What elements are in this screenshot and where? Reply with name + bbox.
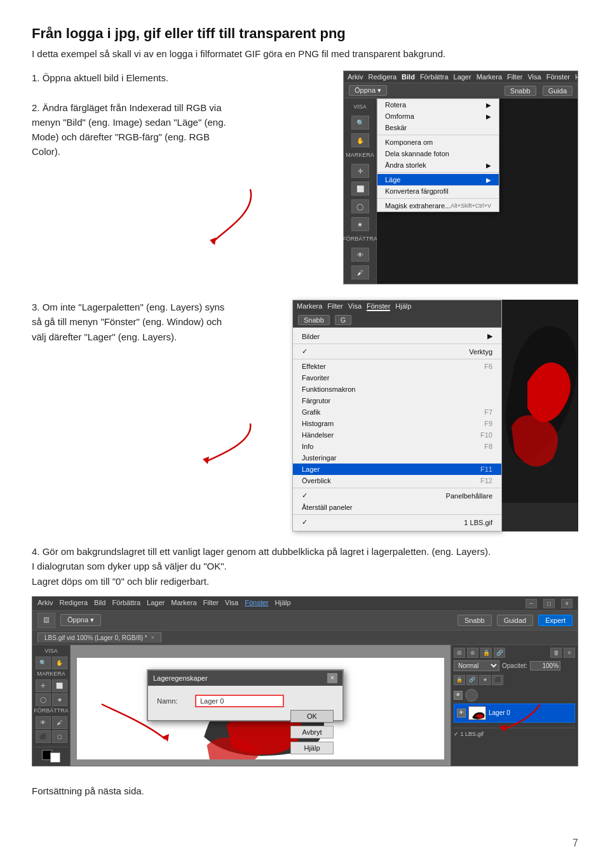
fmenu-lager[interactable]: LagerF11 bbox=[293, 464, 501, 475]
fmenu-markera[interactable]: Markera bbox=[297, 302, 322, 311]
menu-item-beskAr[interactable]: Beskär bbox=[377, 122, 499, 133]
menu-item-omforma[interactable]: Omforma ▶ bbox=[377, 110, 499, 122]
btool-lasso[interactable]: ◯ bbox=[36, 693, 51, 706]
panel-icon-menu[interactable]: ≡ bbox=[564, 648, 575, 658]
btool-hand[interactable]: ✋ bbox=[52, 657, 67, 669]
menu-item-andra[interactable]: Ändra storlek ▶ bbox=[377, 159, 499, 171]
fmenu-verktyg[interactable]: ✓Verktyg bbox=[293, 345, 501, 357]
tool-hand[interactable]: ✋ bbox=[351, 133, 369, 147]
panel-icon-2[interactable]: ⊕ bbox=[467, 648, 478, 658]
btool-select[interactable]: ⬜ bbox=[52, 679, 67, 692]
lock-icon[interactable]: 🔒 bbox=[454, 675, 465, 685]
fmenu-visa[interactable]: Visa bbox=[348, 302, 362, 311]
fmenu-filter[interactable]: Filter bbox=[327, 302, 342, 311]
fmenu-justeringar[interactable]: Justeringar bbox=[293, 452, 501, 464]
opacity-input[interactable] bbox=[530, 661, 560, 671]
menu-redigera[interactable]: Redigera bbox=[368, 73, 396, 81]
dialog-avbryt-btn[interactable]: Avbryt bbox=[290, 726, 334, 738]
menu-markera[interactable]: Markera bbox=[477, 73, 502, 81]
tool-eye[interactable]: 👁 bbox=[351, 248, 369, 262]
menu-arkiv[interactable]: Arkiv bbox=[348, 73, 363, 81]
tool-zoom[interactable]: 🔍 bbox=[351, 116, 369, 130]
dialog-close-btn[interactable]: × bbox=[327, 673, 337, 683]
bmenu-hjalp[interactable]: Hjälp bbox=[275, 599, 291, 608]
btoolbar-expert[interactable]: Expert bbox=[538, 615, 573, 626]
bmenu-lager[interactable]: Lager bbox=[147, 599, 165, 608]
panel-icon-1[interactable]: ⊞ bbox=[454, 648, 465, 658]
panel-icon-3[interactable]: 🔒 bbox=[480, 648, 492, 658]
fmenu-panelbehallare[interactable]: ✓Panelbehållare bbox=[293, 490, 501, 502]
menu-item-komponera[interactable]: Komponera om bbox=[377, 137, 499, 148]
bmenu-arkiv[interactable]: Arkiv bbox=[37, 599, 53, 608]
menu-visa[interactable]: Visa bbox=[527, 73, 541, 81]
btoolbar-snabb[interactable]: Snabb bbox=[458, 615, 492, 626]
btool-stamp[interactable]: ⬛ bbox=[36, 730, 51, 743]
fmenu-effekter[interactable]: EffekterF6 bbox=[293, 361, 501, 372]
menu-filter[interactable]: Filter bbox=[507, 73, 522, 81]
file-tab-close[interactable]: × bbox=[151, 634, 154, 641]
fmenu-aterstall[interactable]: Återställ paneler bbox=[293, 502, 501, 513]
win-minimize[interactable]: − bbox=[525, 599, 537, 608]
fmenu-favoriter[interactable]: Favoriter bbox=[293, 372, 501, 384]
fmenu-funktionsmakron[interactable]: Funktionsmakron bbox=[293, 384, 501, 395]
panel-icon-4[interactable]: 🔗 bbox=[494, 648, 505, 658]
toolbar-snabb[interactable]: Snabb bbox=[505, 86, 536, 96]
btool-zoom[interactable]: 🔍 bbox=[36, 657, 51, 669]
menu-hjalp[interactable]: H bbox=[575, 73, 580, 81]
bmenu-redigera[interactable]: Redigera bbox=[59, 599, 88, 608]
tool-lasso[interactable]: ◯ bbox=[351, 199, 369, 213]
fmenu-handelser[interactable]: HändelserF10 bbox=[293, 429, 501, 441]
tool-select[interactable]: ⬜ bbox=[351, 182, 369, 196]
panel-icon-trash[interactable]: 🗑 bbox=[550, 648, 562, 658]
win-close[interactable]: × bbox=[561, 599, 573, 608]
tool-move[interactable]: ✛ bbox=[351, 164, 369, 178]
blend-mode-select[interactable]: Normal bbox=[454, 660, 499, 671]
tool-paint[interactable]: 🖌 bbox=[351, 265, 369, 279]
fmenu-lbsgif[interactable]: ✓1 LBS.gif bbox=[293, 516, 501, 528]
bmenu-forbattra[interactable]: Förbättra bbox=[112, 599, 140, 608]
ftoolbar-g[interactable]: G bbox=[335, 315, 352, 325]
btool-move[interactable]: ✛ bbox=[36, 679, 51, 692]
fmenu-bilder[interactable]: Bilder ▶ bbox=[293, 330, 501, 342]
dialog-name-input[interactable] bbox=[195, 695, 284, 707]
menu-forbattra[interactable]: Förbättra bbox=[420, 73, 449, 81]
fmenu-fargrutor[interactable]: Färgrutor bbox=[293, 395, 501, 406]
dialog-hjalp-btn[interactable]: Hjälp bbox=[290, 742, 334, 754]
fmenu-overblick[interactable]: ÖverblickF12 bbox=[293, 475, 501, 486]
toolbar-oppna[interactable]: Öppna ▾ bbox=[349, 85, 387, 96]
fill-icon[interactable]: ⬛ bbox=[492, 675, 503, 685]
bmenu-visa[interactable]: Visa bbox=[225, 599, 238, 608]
layer-0-eye[interactable]: 👁 bbox=[457, 709, 466, 718]
btool-eraser[interactable]: ◻ bbox=[52, 730, 67, 743]
fmenu-fonster[interactable]: Fönster bbox=[367, 302, 390, 311]
menu-item-konvertera[interactable]: Konvertera färgprofil bbox=[377, 185, 499, 197]
fmenu-info[interactable]: InfoF8 bbox=[293, 441, 501, 452]
win-maximize[interactable]: □ bbox=[543, 599, 555, 608]
menu-bild[interactable]: Bild bbox=[402, 73, 415, 81]
toolbar-guidad[interactable]: Guida bbox=[543, 86, 573, 96]
tool-magic[interactable]: ★ bbox=[351, 217, 369, 231]
menu-item-magisk[interactable]: Magisk extraherare... Alt+Skift+Ctrl+V bbox=[377, 200, 499, 211]
menu-lager[interactable]: Lager bbox=[454, 73, 471, 81]
menu-fonster[interactable]: Fönster bbox=[546, 73, 570, 81]
layer-visibility-btn[interactable]: 👁 bbox=[454, 691, 463, 700]
ftoolbar-snabb[interactable]: Snabb bbox=[298, 315, 330, 325]
fmenu-grafik[interactable]: GrafikF7 bbox=[293, 406, 501, 418]
star-icon[interactable]: ★ bbox=[479, 675, 491, 685]
btool-eye[interactable]: 👁 bbox=[36, 716, 51, 729]
menu-item-rotera[interactable]: Rotera ▶ bbox=[377, 99, 499, 110]
menu-item-dela[interactable]: Dela skannade foton bbox=[377, 148, 499, 159]
menu-item-lage[interactable]: Läge ▶ bbox=[377, 174, 499, 185]
fmenu-histogram[interactable]: HistogramF9 bbox=[293, 418, 501, 429]
btoolbar-guidad[interactable]: Guidad bbox=[497, 615, 533, 626]
bmenu-bild[interactable]: Bild bbox=[94, 599, 105, 608]
bmenu-filter[interactable]: Filter bbox=[203, 599, 219, 608]
dialog-ok-btn[interactable]: OK bbox=[290, 710, 334, 723]
btool-magic[interactable]: ★ bbox=[52, 693, 67, 706]
bmenu-fonster[interactable]: Fönster bbox=[245, 599, 268, 608]
bmenu-markera[interactable]: Markera bbox=[171, 599, 196, 608]
fmenu-hjalp[interactable]: Hjälp bbox=[395, 302, 411, 311]
btoolbar-oppna[interactable]: Öppna ▾ bbox=[60, 614, 101, 626]
link-icon[interactable]: 🔗 bbox=[466, 675, 478, 685]
btool-brush[interactable]: 🖌 bbox=[52, 716, 67, 729]
